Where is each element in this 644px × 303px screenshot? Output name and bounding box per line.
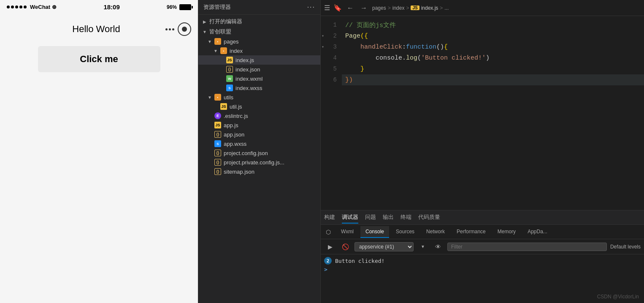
icon-eslint: E	[214, 112, 221, 119]
devtools-tab-wxml[interactable]: Wxml	[336, 226, 359, 238]
devtools-tabs-row: ⬡ Wxml Console Sources Network Performan…	[321, 225, 644, 239]
devtools-tab-network[interactable]: Network	[421, 226, 450, 238]
console-output: 2 Button clicked! >	[321, 254, 644, 303]
console-line-1: 2 Button clicked!	[324, 256, 641, 265]
console-prompt-line: >	[324, 265, 641, 273]
line-num-4: 4	[321, 52, 342, 63]
breadcrumb-ellipsis: ...	[444, 5, 449, 11]
token-log: log	[406, 55, 417, 62]
section-arrow-open: ▶	[202, 19, 208, 25]
icon-wxml-index: W	[226, 75, 233, 82]
file-project-config[interactable]: ▶ {} project.config.json	[198, 148, 320, 158]
line-num-5: 5	[321, 63, 342, 74]
console-text-1: Button clicked!	[335, 258, 384, 264]
file-eslint[interactable]: ▶ E .eslintrc.js	[198, 111, 320, 120]
icon-js-index: JS	[226, 57, 233, 63]
file-app-js[interactable]: ▶ JS app.js	[198, 120, 320, 130]
token-brace-open: {	[364, 33, 368, 40]
file-label-index-wxml: index.wxml	[235, 76, 262, 82]
console-prompt: >	[324, 266, 327, 273]
token-function-kw: function	[406, 44, 436, 51]
back-button[interactable]: ←	[345, 3, 355, 13]
forward-button[interactable]: →	[359, 3, 369, 13]
play-icon-btn[interactable]: ▶	[324, 241, 336, 253]
section-open-editors[interactable]: ▶ 打开的编辑器	[198, 16, 320, 27]
token-console: console	[345, 55, 402, 62]
explorer-more-button[interactable]: ···	[307, 3, 315, 11]
icon-json-project: {}	[214, 150, 221, 156]
arrow-utils: ▼	[207, 94, 213, 100]
phone-simulator: WeChat ⊛ 18:09 96% Hello World Cli	[0, 0, 198, 303]
bottom-panel: 构建 调试器 问题 输出 终端 代码质量 ⬡ Wxml Console Sour…	[321, 210, 644, 303]
section-label-open: 打开的编辑器	[209, 18, 242, 25]
line-num-1: 1	[321, 19, 342, 30]
more-button[interactable]	[165, 28, 174, 30]
breadcrumb-sep-2: >	[406, 5, 409, 11]
default-levels-label: Default levels	[610, 244, 641, 250]
section-workspace[interactable]: ▼ 皆创联盟	[198, 27, 320, 37]
breadcrumb-pages: pages	[372, 5, 386, 11]
code-lines: 1 ▾2 ▾3 4 5 6 // 页面的js文件 Page({ handl	[321, 16, 644, 210]
folder-index[interactable]: ▼ ▪ index	[198, 46, 320, 55]
ban-icon-btn[interactable]: 🚫	[339, 241, 351, 253]
file-explorer: 资源管理器 ··· ▶ 打开的编辑器 ▼ 皆创联盟 ▼ ▪ pages ▼	[198, 0, 321, 303]
tab-output[interactable]: 输出	[383, 212, 394, 224]
filter-input[interactable]	[447, 243, 607, 251]
page-title: Hello World	[27, 24, 165, 35]
arrow-pages: ▼	[207, 38, 213, 44]
file-app-wxss[interactable]: ▶ S app.wxss	[198, 139, 320, 148]
record-inner	[182, 27, 187, 32]
code-line-3: handleClick: function() {	[342, 41, 644, 52]
code-line-5: }	[342, 63, 644, 74]
file-index-wxml[interactable]: ▶ W index.wxml	[198, 74, 320, 83]
devtools-tab-sources[interactable]: Sources	[391, 226, 419, 238]
tab-code-quality[interactable]: 代码质量	[418, 212, 440, 224]
appservice-select[interactable]: appservice (#1)	[354, 242, 414, 251]
click-me-button[interactable]: Click me	[38, 46, 160, 72]
tab-build[interactable]: 构建	[324, 212, 335, 224]
file-index-js[interactable]: ▶ JS index.js	[198, 55, 320, 65]
devtools-tab-memory[interactable]: Memory	[492, 226, 521, 238]
icon-js-util: JS	[220, 103, 227, 110]
file-index-wxss[interactable]: ▶ S index.wxss	[198, 83, 320, 93]
breadcrumb-sep-1: >	[388, 5, 391, 11]
file-label-app-wxss: app.wxss	[224, 141, 246, 147]
code-panel: ☰ 🔖 ← → pages > index > JS index.js > ..…	[321, 0, 644, 303]
breadcrumb-file: index.js	[421, 5, 438, 11]
tab-terminal[interactable]: 终端	[400, 212, 411, 224]
dropdown-icon[interactable]: ▼	[417, 241, 429, 253]
tab-problems[interactable]: 问题	[365, 212, 376, 224]
file-project-private[interactable]: ▶ {} project.private.config.js...	[198, 158, 320, 167]
icon-json-sitemap: {}	[214, 168, 221, 175]
eye-icon-btn[interactable]: 👁	[432, 241, 444, 253]
carrier-label: WeChat	[30, 4, 50, 10]
cursor-icon-btn[interactable]: ⬡	[322, 226, 334, 238]
status-time: 18:09	[103, 3, 119, 11]
file-label-eslint: .eslintrc.js	[224, 113, 248, 119]
file-app-json[interactable]: ▶ {} app.json	[198, 130, 320, 139]
line-num-2: ▾2	[321, 30, 342, 41]
comment-text: // 页面的js文件	[345, 21, 396, 29]
file-label-sitemap: sitemap.json	[224, 169, 254, 175]
token-brace-fn: {	[444, 44, 448, 51]
bookmark-icon[interactable]: 🔖	[333, 4, 342, 12]
devtools-tab-appdata[interactable]: AppDa...	[522, 226, 552, 238]
phone-content: Hello World Click me	[0, 14, 198, 303]
folder-pages[interactable]: ▼ ▪ pages	[198, 37, 320, 46]
file-util-js[interactable]: ▶ JS util.js	[198, 102, 320, 111]
folder-icon-index: ▪	[220, 47, 227, 54]
battery-pct: 96%	[167, 4, 177, 10]
devtools-tab-console[interactable]: Console	[360, 226, 389, 238]
record-button[interactable]	[178, 22, 191, 36]
token-log-paren: (	[417, 55, 421, 62]
list-icon[interactable]: ☰	[324, 4, 330, 12]
file-sitemap[interactable]: ▶ {} sitemap.json	[198, 167, 320, 176]
folder-utils[interactable]: ▼ ▪ utils	[198, 93, 320, 102]
devtools-tab-performance[interactable]: Performance	[452, 226, 491, 238]
tab-debugger[interactable]: 调试器	[342, 212, 358, 224]
file-index-json[interactable]: ▶ {} index.json	[198, 65, 320, 74]
icon-wxss-index: S	[226, 85, 233, 91]
folder-label-pages: pages	[224, 38, 238, 45]
file-label-project-private: project.private.config.js...	[224, 159, 284, 166]
file-label-index-wxss: index.wxss	[235, 85, 262, 91]
